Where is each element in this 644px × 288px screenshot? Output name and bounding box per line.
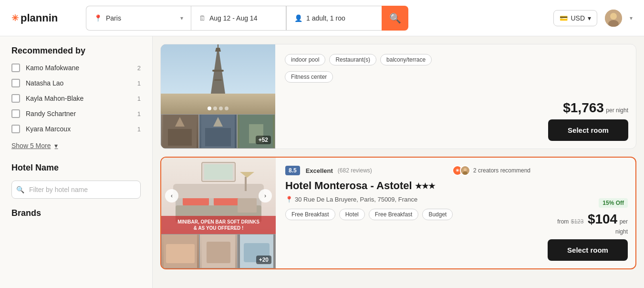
- hotel-thumb-1a[interactable]: [161, 114, 199, 149]
- rating-reviews-2: (682 reviews): [338, 167, 372, 174]
- hotel-tags-2: Free Breakfast Hotel Free Breakfast Budg…: [285, 209, 530, 220]
- hotel-name-text-2: Hotel Monterosa - Astotel: [285, 180, 412, 192]
- hotel-thumb-2c[interactable]: +20: [238, 234, 276, 268]
- hotel-images-1: +52: [161, 44, 275, 149]
- filter-count-kayla: 1: [137, 95, 141, 102]
- hotel-thumb-2a[interactable]: [161, 234, 199, 268]
- hotel-thumb-2b[interactable]: [199, 234, 238, 268]
- recommended-by-title: Recommended by: [11, 46, 141, 56]
- price-original-2: $123: [571, 218, 584, 225]
- hotel-meta-row-2: 8.5 Excellent (682 reviews) ✳: [285, 165, 530, 176]
- price-from-2: from: [557, 218, 569, 225]
- show-more-button[interactable]: Show 5 More ▾: [11, 140, 58, 151]
- currency-selector[interactable]: 💳 USD ▾: [553, 10, 597, 26]
- sidebar: Recommended by Kamo Mafokwane 2 Natasha …: [0, 36, 153, 288]
- hotel-tag-free-breakfast-1: Free Breakfast: [285, 209, 335, 220]
- price-row-2: from $123 $104 per night: [548, 212, 628, 235]
- filter-count-natasha: 1: [137, 80, 141, 87]
- filter-count-kyara: 1: [137, 126, 141, 133]
- price-unit-1: per night: [606, 107, 628, 114]
- hotel-thumb-1c[interactable]: +52: [237, 114, 275, 149]
- hotel-tag: Restaurant(s): [329, 54, 376, 65]
- hotel-thumb-1b[interactable]: [199, 114, 237, 149]
- svg-rect-9: [218, 44, 218, 48]
- brands-title: Brands: [11, 208, 141, 218]
- svg-marker-8: [215, 48, 221, 52]
- svg-rect-7: [214, 79, 222, 81]
- svg-point-36: [464, 168, 467, 171]
- rating-label-2: Excellent: [306, 167, 333, 174]
- hotel-name-title: Hotel Name: [11, 163, 141, 173]
- search-button[interactable]: 🔍: [382, 6, 408, 31]
- hotel-price-cta-2: 15% Off from $123 $104 per night Select …: [540, 158, 635, 268]
- filter-checkbox-kamo[interactable]: [11, 64, 20, 72]
- results-area: +52 indoor pool Restaurant(s) balcony/te…: [153, 36, 644, 288]
- svg-point-1: [610, 13, 617, 20]
- logo[interactable]: ✳ plannin: [11, 12, 78, 24]
- logo-asterisk: ✳: [11, 13, 19, 23]
- currency-chevron-icon: ▾: [588, 14, 591, 22]
- hotel-info-2: 8.5 Excellent (682 reviews) ✳: [276, 158, 540, 268]
- hotel-info-1: indoor pool Restaurant(s) balcony/terrac…: [275, 44, 540, 149]
- svg-rect-15: [205, 128, 231, 146]
- main-layout: Recommended by Kamo Mafokwane 2 Natasha …: [0, 36, 644, 288]
- image-dot: [219, 107, 223, 110]
- dates-field[interactable]: 🗓 Aug 12 - Aug 14: [191, 6, 286, 31]
- image-next-button-2[interactable]: ›: [259, 189, 272, 203]
- filter-item-kamo[interactable]: Kamo Mafokwane 2: [11, 64, 141, 72]
- user-chevron-icon: ▾: [630, 15, 633, 21]
- guests-field[interactable]: 👤 1 adult, 1 roo: [286, 6, 382, 31]
- hotel-images-2: ‹ › MINIBAR, OPEN BAR SOFT DRINKS& AS YO…: [161, 158, 276, 268]
- filter-checkbox-kayla[interactable]: [11, 94, 20, 103]
- hotel-address-text-2: 30 Rue De La Bruyere, Paris, 75009, Fran…: [295, 196, 417, 203]
- price-main-2: $104: [588, 212, 617, 226]
- creators-info-2: ✳ 2 creators recommend: [452, 165, 530, 176]
- header-right: 💳 USD ▾ ▾: [553, 10, 633, 27]
- price-unit-2: per night: [615, 218, 628, 235]
- filter-checkbox-kyara[interactable]: [11, 125, 20, 133]
- filter-checkbox-natasha[interactable]: [11, 79, 20, 87]
- location-icon: 📍: [94, 14, 102, 22]
- select-room-button-1[interactable]: Select room: [548, 119, 628, 141]
- hotel-tag: indoor pool: [285, 54, 325, 65]
- hotel-plus-badge-1: +52: [256, 136, 271, 144]
- svg-rect-30: [166, 244, 195, 263]
- hotel-thumbs-2: +20: [161, 234, 276, 268]
- hotel-name-2: Hotel Monterosa - Astotel ★★★: [285, 180, 530, 192]
- image-prev-button-2[interactable]: ‹: [165, 189, 178, 203]
- guests-icon: 👤: [294, 14, 302, 22]
- dates-value: Aug 12 - Aug 14: [209, 14, 278, 22]
- price-row-1: $1,763 per night: [563, 100, 628, 116]
- filter-item-kayla[interactable]: Kayla Mahon-Blake 1: [11, 94, 141, 103]
- creators-count-label: 2 creators recommend: [473, 167, 530, 174]
- svg-rect-4: [161, 94, 275, 114]
- hotel-tag: balcony/terrace: [380, 54, 432, 65]
- header: ✳ plannin 📍 Paris ▾ 🗓 Aug 12 - Aug 14 👤 …: [0, 0, 644, 36]
- user-avatar[interactable]: [605, 10, 622, 27]
- filter-count-randy: 1: [137, 110, 141, 117]
- location-field[interactable]: 📍 Paris ▾: [86, 6, 191, 31]
- hotel-name-input[interactable]: [11, 181, 141, 199]
- filter-item-kyara[interactable]: Kyara Marcoux 1: [11, 125, 141, 133]
- filter-item-natasha[interactable]: Natasha Lao 1: [11, 79, 141, 87]
- hotel-price-cta-1: $1,763 per night Select room: [540, 44, 636, 149]
- search-bar: 📍 Paris ▾ 🗓 Aug 12 - Aug 14 👤 1 adult, 1…: [86, 6, 410, 31]
- search-icon: 🔍: [389, 12, 401, 24]
- hotel-card-2: ‹ › MINIBAR, OPEN BAR SOFT DRINKS& AS YO…: [160, 157, 636, 269]
- filter-label-randy: Randy Schartner: [26, 110, 132, 117]
- image-dots-1: [208, 107, 229, 110]
- select-room-button-2[interactable]: Select room: [548, 239, 628, 261]
- hotel-tags-1b: Fitness center: [285, 71, 531, 83]
- svg-rect-28: [204, 164, 233, 180]
- filter-checkbox-randy[interactable]: [11, 109, 20, 118]
- image-dot: [225, 107, 229, 110]
- hotel-tag-hotel: Hotel: [339, 209, 365, 220]
- image-banner-2: MINIBAR, OPEN BAR SOFT DRINKS& AS YOU OF…: [161, 216, 276, 234]
- hotel-search-icon: 🔍: [16, 186, 24, 193]
- hotel-main-image-1: [161, 44, 275, 114]
- filter-item-randy[interactable]: Randy Schartner 1: [11, 109, 141, 118]
- svg-rect-24: [245, 177, 247, 191]
- filter-label-kayla: Kayla Mahon-Blake: [26, 95, 132, 102]
- location-chevron-icon: ▾: [180, 15, 183, 21]
- hotel-main-image-2: ‹ › MINIBAR, OPEN BAR SOFT DRINKS& AS YO…: [161, 158, 276, 234]
